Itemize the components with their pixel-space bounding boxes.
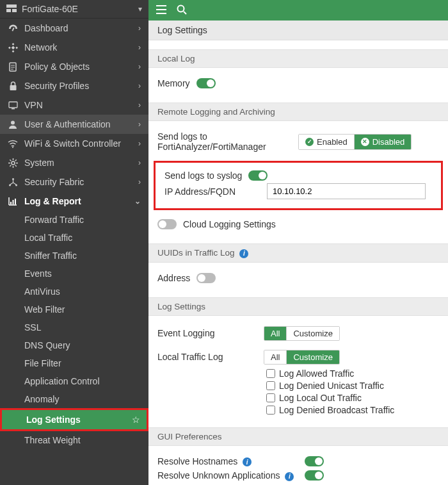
cb-local-out[interactable]: Log Local Out Traffic bbox=[266, 393, 439, 403]
log-report-children: Forward Traffic Local Traffic Sniffer Tr… bbox=[0, 211, 148, 408]
svg-rect-7 bbox=[12, 108, 15, 110]
label: Log Settings bbox=[26, 415, 132, 425]
label: Security Fabric bbox=[24, 177, 132, 187]
sidebar-item-dashboard[interactable]: Dashboard › bbox=[0, 19, 148, 38]
cb-denied-unicast[interactable]: Log Denied Unicast Traffic bbox=[266, 381, 439, 391]
page-title: Log Settings bbox=[148, 21, 448, 40]
main: Log Settings Local Log Memory Remote Log… bbox=[148, 0, 448, 485]
sidebar-item-log-report[interactable]: Log & Report ⌄ bbox=[0, 192, 148, 211]
event-customize-option[interactable]: Customize bbox=[286, 327, 339, 340]
label: VPN bbox=[24, 100, 132, 110]
sidebar-item-policy[interactable]: Policy & Objects › bbox=[0, 57, 148, 76]
wifi-icon bbox=[8, 138, 18, 149]
info-icon[interactable]: i bbox=[243, 457, 252, 466]
search-icon[interactable] bbox=[177, 4, 187, 17]
sidebar-item-forward-traffic[interactable]: Forward Traffic bbox=[24, 211, 148, 229]
svg-point-11 bbox=[12, 178, 14, 180]
sidebar-item-app-control[interactable]: Application Control bbox=[24, 372, 148, 390]
svg-point-9 bbox=[12, 147, 13, 148]
chevron-right-icon: › bbox=[138, 81, 141, 90]
sidebar-item-system[interactable]: System › bbox=[0, 153, 148, 172]
cb-denied-broadcast[interactable]: Log Denied Broadcast Traffic bbox=[266, 405, 439, 415]
dashboard-icon bbox=[8, 23, 18, 33]
info-icon[interactable]: i bbox=[285, 472, 294, 481]
sidebar-item-security-profiles[interactable]: Security Profiles › bbox=[0, 76, 148, 95]
ip-label: IP Address/FQDN bbox=[164, 186, 260, 197]
cb-allowed[interactable]: Log Allowed Traffic bbox=[266, 368, 439, 379]
svg-rect-6 bbox=[9, 102, 17, 108]
label: User & Authentication bbox=[24, 119, 132, 129]
syslog-toggle[interactable] bbox=[248, 170, 268, 181]
sidebar-item-sniffer-traffic[interactable]: Sniffer Traffic bbox=[24, 247, 148, 265]
ip-input[interactable] bbox=[267, 183, 426, 199]
sidebar: FortiGate-60E ▾ Dashboard › Network › Po… bbox=[0, 0, 148, 485]
sidebar-item-antivirus[interactable]: AntiVirus bbox=[24, 283, 148, 300]
event-logging-seg: All Customize bbox=[264, 326, 340, 341]
content: Local Log Memory Remote Logging and Arch… bbox=[148, 40, 448, 485]
caret-down-icon: ▾ bbox=[138, 4, 142, 13]
sidebar-item-security-fabric[interactable]: Security Fabric › bbox=[0, 172, 148, 192]
label: Security Profiles bbox=[24, 81, 132, 91]
device-name: FortiGate-60E bbox=[22, 4, 133, 14]
topbar bbox=[148, 0, 448, 21]
star-icon[interactable]: ☆ bbox=[132, 415, 140, 425]
svg-rect-16 bbox=[15, 199, 16, 204]
resolve-app-toggle[interactable] bbox=[305, 470, 324, 481]
sidebar-item-local-traffic[interactable]: Local Traffic bbox=[24, 229, 148, 247]
chevron-right-icon: › bbox=[138, 139, 141, 148]
svg-rect-2 bbox=[12, 9, 17, 12]
svg-point-8 bbox=[11, 121, 15, 125]
info-icon[interactable]: i bbox=[239, 249, 248, 258]
svg-rect-0 bbox=[6, 4, 17, 8]
sidebar-item-log-settings[interactable]: Log Settings ☆ bbox=[2, 410, 147, 429]
device-switcher[interactable]: FortiGate-60E ▾ bbox=[0, 0, 148, 19]
sidebar-item-file-filter[interactable]: File Filter bbox=[24, 354, 148, 372]
label: Log & Report bbox=[24, 196, 128, 206]
resolve-app-label: Resolve Unknown Applications i bbox=[157, 470, 298, 481]
cloud-label: Cloud Logging Settings bbox=[183, 219, 276, 229]
policy-icon bbox=[8, 62, 18, 72]
sidebar-item-dns-query[interactable]: DNS Query bbox=[24, 336, 148, 354]
x-icon: ✕ bbox=[361, 138, 369, 146]
local-traffic-log-label: Local Traffic Log bbox=[157, 352, 257, 362]
event-logging-label: Event Logging bbox=[157, 328, 257, 338]
chart-icon bbox=[8, 196, 18, 206]
section-gui-pref: GUI Preferences bbox=[148, 427, 448, 446]
sidebar-item-web-filter[interactable]: Web Filter bbox=[24, 300, 148, 318]
sidebar-item-user-auth[interactable]: User & Authentication › bbox=[0, 115, 148, 134]
sidebar-item-anomaly[interactable]: Anomaly bbox=[24, 390, 148, 408]
local-all-option[interactable]: All bbox=[264, 350, 286, 364]
svg-point-10 bbox=[12, 161, 15, 165]
label: Policy & Objects bbox=[24, 62, 132, 72]
hamburger-icon[interactable] bbox=[156, 5, 166, 16]
user-icon bbox=[8, 119, 18, 129]
faz-enabled-option[interactable]: ✓ Enabled bbox=[299, 135, 354, 149]
address-label: Address bbox=[157, 273, 190, 283]
label: Network bbox=[24, 42, 132, 53]
local-traffic-seg: All Customize bbox=[264, 350, 340, 365]
chevron-right-icon: › bbox=[138, 120, 141, 129]
resolve-host-toggle[interactable] bbox=[305, 456, 324, 466]
check-icon: ✓ bbox=[305, 138, 314, 146]
address-toggle[interactable] bbox=[196, 273, 216, 283]
label: Dashboard bbox=[24, 23, 132, 33]
send-syslog-label: Send logs to syslog bbox=[164, 170, 242, 181]
section-log-settings: Log Settings bbox=[148, 297, 448, 316]
section-uuids: UUIDs in Traffic Log i bbox=[148, 243, 448, 263]
sidebar-item-wifi[interactable]: WiFi & Switch Controller › bbox=[0, 134, 148, 153]
event-all-option[interactable]: All bbox=[264, 327, 286, 340]
sidebar-item-events[interactable]: Events bbox=[24, 265, 148, 283]
cloud-toggle[interactable] bbox=[157, 219, 177, 229]
memory-toggle[interactable] bbox=[196, 78, 216, 88]
chevron-right-icon: › bbox=[138, 158, 141, 167]
device-icon bbox=[6, 4, 17, 14]
sidebar-item-threat-weight[interactable]: Threat Weight bbox=[24, 431, 148, 449]
sidebar-item-vpn[interactable]: VPN › bbox=[0, 95, 148, 115]
faz-disabled-option[interactable]: ✕ Disabled bbox=[354, 135, 412, 149]
sidebar-item-ssl[interactable]: SSL bbox=[24, 318, 148, 336]
label: WiFi & Switch Controller bbox=[24, 138, 132, 149]
sidebar-item-network[interactable]: Network › bbox=[0, 38, 148, 57]
vpn-icon bbox=[8, 100, 18, 110]
chevron-right-icon: › bbox=[138, 177, 141, 186]
local-customize-option[interactable]: Customize bbox=[286, 350, 339, 364]
